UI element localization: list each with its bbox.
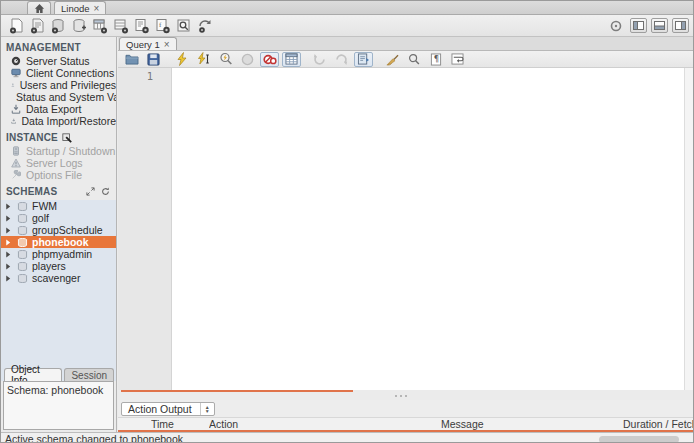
output-type-select[interactable]: Action Output ▲▼	[121, 402, 215, 416]
search-table-data-button[interactable]	[173, 16, 194, 35]
toggle-word-wrap-button[interactable]	[448, 52, 467, 67]
close-icon[interactable]: ×	[94, 4, 100, 13]
refresh-schemas-icon[interactable]	[101, 187, 110, 196]
sidebar-item-label: Status and System Variables	[16, 91, 116, 103]
create-view-icon	[113, 18, 129, 34]
sidebar-item-label: Client Connections	[26, 67, 114, 79]
editor-scrollbar-track[interactable]	[684, 68, 694, 390]
rollback-button[interactable]	[332, 52, 351, 67]
status-bar: Active schema changed to phonebook	[1, 432, 693, 443]
expander-icon[interactable]	[5, 203, 13, 210]
expander-icon[interactable]	[5, 251, 13, 258]
explain-plan-button[interactable]	[216, 52, 235, 67]
sidebar-item-data-import[interactable]: Data Import/Restore	[1, 115, 116, 127]
create-view-button[interactable]	[110, 16, 131, 35]
find-button[interactable]	[404, 52, 423, 67]
save-icon	[147, 53, 160, 66]
toggle-left-sidebar-button[interactable]	[630, 18, 647, 33]
execute-current-statement-button[interactable]	[194, 52, 213, 67]
open-sql-file-button[interactable]	[122, 52, 141, 67]
expander-icon[interactable]	[5, 275, 13, 282]
sidebar-item-label: Data Import/Restore	[21, 115, 116, 127]
select-stepper-icon[interactable]: ▲▼	[200, 403, 214, 415]
sql-editor-toolbar: ¶	[118, 51, 694, 68]
folder-icon	[125, 53, 139, 65]
schema-name-label: scavenger	[32, 272, 80, 284]
panel-splitter[interactable]	[118, 392, 694, 400]
commit-button[interactable]	[310, 52, 329, 67]
line-number-gutter: 1	[118, 68, 172, 390]
toggle-limit-rows-button[interactable]	[282, 52, 301, 67]
expander-icon[interactable]	[5, 263, 13, 270]
sidebar-item-label: Options File	[26, 169, 82, 181]
open-script-icon	[29, 18, 45, 34]
sidebar-item-startup-shutdown[interactable]: Startup / Shutdown	[1, 145, 116, 157]
toggle-invisible-characters-button[interactable]: ¶	[426, 52, 445, 67]
schema-name-label: players	[32, 260, 66, 272]
open-sql-script-button[interactable]	[26, 16, 47, 35]
sidebar-item-users-privileges[interactable]: Users and Privileges	[1, 79, 116, 91]
inspector-button[interactable]	[47, 16, 68, 35]
sidebar-item-options-file[interactable]: Options File	[1, 169, 116, 181]
output-col-action[interactable]: Action	[209, 418, 441, 430]
instance-config-icon	[62, 133, 72, 143]
main-toolbar: f	[1, 15, 693, 37]
query-tab-1[interactable]: Query 1 ×	[119, 37, 177, 50]
expander-icon[interactable]	[5, 239, 13, 246]
commit-icon	[313, 53, 326, 66]
tab-label: Session	[71, 370, 107, 381]
sidebar-item-status-system-variables[interactable]: Status and System Variables	[1, 91, 116, 103]
schema-row-phonebook[interactable]: phonebook	[1, 236, 116, 248]
output-type-label: Action Output	[128, 403, 192, 415]
save-script-button[interactable]	[144, 52, 163, 67]
panel-left-icon	[633, 21, 644, 30]
connection-tab-strip: Linode ×	[1, 1, 693, 15]
expand-schemas-icon[interactable]	[86, 187, 95, 196]
toggle-right-sidebar-button[interactable]	[672, 18, 689, 33]
new-query-tab-button[interactable]	[5, 16, 26, 35]
status-indicator-button[interactable]	[605, 16, 626, 35]
home-tab[interactable]	[27, 1, 51, 14]
expander-icon[interactable]	[5, 227, 13, 234]
create-table-button[interactable]	[89, 16, 110, 35]
sidebar-item-server-status[interactable]: Server Status	[1, 55, 116, 67]
tab-session[interactable]: Session	[64, 368, 114, 381]
sidebar-item-data-export[interactable]: Data Export	[1, 103, 116, 115]
stop-execution-button[interactable]	[238, 52, 257, 67]
schema-row-scavenger[interactable]: scavenger	[1, 272, 116, 284]
beautify-sql-button[interactable]	[382, 52, 401, 67]
output-col-duration[interactable]: Duration / Fetch	[623, 418, 694, 430]
horizontal-scrollbar-thumb[interactable]	[599, 436, 679, 443]
toggle-stop-on-error-button[interactable]	[260, 52, 279, 67]
schema-row-golf[interactable]: golf	[1, 212, 116, 224]
expander-icon[interactable]	[5, 215, 13, 222]
connection-tab-linode[interactable]: Linode ×	[54, 1, 106, 14]
schema-db-icon	[17, 214, 28, 223]
create-schema-button[interactable]	[68, 16, 89, 35]
schema-row-players[interactable]: players	[1, 260, 116, 272]
schema-row-phpmyadmin[interactable]: phpmyadmin	[1, 248, 116, 260]
schema-row-fwm[interactable]: FWM	[1, 200, 116, 212]
execute-button[interactable]	[172, 52, 191, 67]
sidebar-item-server-logs[interactable]: Server Logs	[1, 157, 116, 169]
panel-right-icon	[675, 21, 686, 30]
output-col-time[interactable]: Time	[151, 418, 209, 430]
tab-object-info[interactable]: Object Info	[4, 368, 62, 381]
sidebar-item-client-connections[interactable]: Client Connections	[1, 67, 116, 79]
sql-editor[interactable]: 1	[118, 68, 694, 390]
schema-db-icon	[17, 274, 28, 283]
new-sql-tab-icon	[8, 18, 24, 34]
broom-icon	[385, 53, 399, 66]
management-section-title: MANAGEMENT	[1, 37, 116, 55]
close-icon[interactable]: ×	[164, 40, 170, 49]
reconnect-dbms-button[interactable]	[194, 16, 215, 35]
output-col-message[interactable]: Message	[441, 418, 623, 430]
create-procedure-button[interactable]	[131, 16, 152, 35]
toggle-autocommit-button[interactable]	[354, 52, 373, 67]
toggle-bottom-panel-button[interactable]	[651, 18, 668, 33]
schema-row-groupschedule[interactable]: groupSchedule	[1, 224, 116, 236]
sidebar-item-label: Data Export	[26, 103, 81, 115]
create-function-button[interactable]: f	[152, 16, 173, 35]
mysql-workbench-window: Linode × f	[0, 0, 694, 443]
wrap-text-icon	[451, 53, 464, 65]
